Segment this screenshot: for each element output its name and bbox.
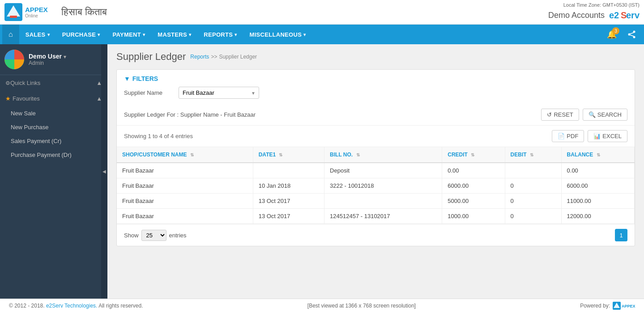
excel-button[interactable]: 📊 EXCEL — [588, 130, 627, 142]
nav-payment[interactable]: PAYMENT ▾ — [107, 25, 152, 44]
reset-button[interactable]: ↺ RESET — [541, 109, 579, 121]
brand-logo: e2 S erv — [608, 8, 640, 22]
cell-shop-name: Fruit Bazaar — [117, 163, 253, 178]
entries-per-page-select[interactable]: 25 50 100 — [141, 230, 166, 241]
supplier-select-wrapper: Fruit Bazaar — [179, 87, 259, 99]
table-row: Fruit Bazaar Deposit 0.00 0.00 — [117, 163, 635, 178]
sidebar-item-new-purchase[interactable]: New Purchase — [0, 120, 107, 134]
results-actions: 📄 PDF 📊 EXCEL — [552, 130, 627, 142]
cell-date — [253, 163, 324, 178]
breadcrumb-current: Supplier Ledger — [219, 54, 257, 60]
powered-by-text: Powered by: — [580, 303, 610, 309]
filter-label: Supplier Name — [124, 89, 173, 96]
show-entries: Show 25 50 100 entries — [124, 230, 187, 241]
nav-purchase[interactable]: PURCHASE ▾ — [56, 25, 107, 44]
nav-reports[interactable]: REPORTS ▾ — [197, 25, 243, 44]
table-row: Fruit Bazaar 10 Jan 2018 3222 - 10012018… — [117, 178, 635, 194]
home-button[interactable]: ⌂ — [2, 25, 19, 44]
cell-balance: 11000.00 — [561, 194, 634, 209]
filter-icon: ▼ — [124, 75, 130, 82]
sort-icon-bill: ⇅ — [356, 152, 360, 157]
breadcrumb: Reports >> Supplier Ledger — [190, 54, 257, 60]
cell-balance: 6000.00 — [561, 178, 634, 194]
footer-rights: All rights reserved. — [98, 303, 143, 309]
collapse-arrow-icon: ◀ — [102, 169, 106, 174]
breadcrumb-separator: >> — [211, 54, 217, 60]
logo-sub: Online — [25, 13, 48, 18]
user-name: Demo User ▾ — [29, 53, 103, 60]
svg-line-9 — [630, 33, 634, 34]
nav-masters[interactable]: MASTERS ▾ — [151, 25, 197, 44]
share-icon — [627, 30, 636, 39]
svg-text:APPEX: APPEX — [622, 304, 635, 308]
table-row: Fruit Bazaar 13 Oct 2017 124512457 - 131… — [117, 209, 635, 224]
notification-bell-button[interactable]: 🔔 3 — [601, 25, 622, 44]
sidebar-collapse-handle[interactable]: ◀ — [101, 44, 107, 299]
page-1-button[interactable]: 1 — [615, 229, 627, 241]
footer-logo-icon: APPEX — [613, 301, 635, 310]
appex-logo-icon — [4, 3, 22, 21]
search-icon: 🔍 — [589, 111, 596, 118]
cell-credit: 1000.00 — [442, 209, 505, 224]
favourites-label: Favourites — [13, 95, 40, 102]
user-info: Demo User ▾ Admin — [29, 53, 103, 66]
cell-date: 10 Jan 2018 — [253, 178, 324, 194]
page-title: Supplier Ledger — [116, 51, 186, 63]
user-role: Admin — [29, 60, 103, 66]
top-bar-right: Local Time Zone: GMT+0530 (IST) Demo Acc… — [548, 2, 640, 22]
nav-miscellaneous[interactable]: MISCELLANEOUS ▾ — [243, 25, 312, 44]
cell-balance: 12000.00 — [561, 209, 634, 224]
cell-debit: 0 — [505, 209, 561, 224]
cell-bill — [324, 194, 442, 209]
col-shop-name: SHOP/CUSTOMER NAME ⇅ — [117, 147, 253, 163]
search-button[interactable]: 🔍 SEARCH — [583, 109, 627, 121]
supplier-select[interactable]: Fruit Bazaar — [179, 87, 259, 99]
avatar — [4, 50, 24, 69]
sort-icon-shop: ⇅ — [190, 152, 194, 157]
quick-links-icon: ⚙ — [5, 80, 10, 86]
share-button[interactable] — [622, 25, 642, 44]
showing-text: Showing 1 to 4 of 4 entries — [124, 133, 193, 139]
sales-dropdown-icon: ▾ — [47, 32, 50, 37]
cell-credit: 5000.00 — [442, 194, 505, 209]
cell-bill: Deposit — [324, 163, 442, 178]
logo-text-group: APPEX Online — [25, 6, 48, 18]
bell-badge: 3 — [612, 27, 619, 34]
favourites-section[interactable]: ★ Favourites ▲ — [0, 91, 107, 106]
footer-company-link[interactable]: e2Serv Technologies. — [46, 303, 98, 309]
ledger-table: SHOP/CUSTOMER NAME ⇅ DATE1 ⇅ BILL NO. ⇅ — [117, 147, 635, 224]
reset-icon: ↺ — [547, 111, 552, 118]
col-date1: DATE1 ⇅ — [253, 147, 324, 163]
show-label: Show — [124, 232, 139, 239]
sidebar-item-purchase-payment[interactable]: Purchase Payment (Dr) — [0, 148, 107, 162]
table-header: SHOP/CUSTOMER NAME ⇅ DATE1 ⇅ BILL NO. ⇅ — [117, 147, 635, 163]
sidebar-item-sales-payment[interactable]: Sales Payment (Cr) — [0, 134, 107, 148]
cell-bill: 3222 - 10012018 — [324, 178, 442, 194]
nav-sales[interactable]: SALES ▾ — [19, 25, 56, 44]
top-bar: APPEX Online हिसाब किताब Local Time Zone… — [0, 0, 644, 25]
svg-text:erv: erv — [626, 10, 640, 20]
footer: © 2012 - 2018. e2Serv Technologies. All … — [0, 299, 644, 312]
timezone: Local Time Zone: GMT+0530 (IST) — [563, 2, 640, 8]
reports-dropdown-icon: ▾ — [235, 32, 237, 37]
sidebar-item-new-sale[interactable]: New Sale — [0, 106, 107, 120]
payment-dropdown-icon: ▾ — [143, 32, 145, 37]
user-dropdown-icon: ▾ — [64, 54, 66, 59]
pdf-button[interactable]: 📄 PDF — [552, 130, 584, 142]
sort-icon-credit: ⇅ — [471, 152, 474, 157]
ledger-actions: ↺ RESET 🔍 SEARCH — [541, 109, 627, 121]
sort-icon-date: ⇅ — [279, 152, 282, 157]
table-footer: Show 25 50 100 entries 1 — [117, 224, 635, 246]
entries-label: entries — [169, 232, 187, 239]
sort-icon-balance: ⇅ — [597, 152, 600, 157]
cell-debit — [505, 163, 561, 178]
quick-links-section[interactable]: ⚙ Quick Links ▲ — [0, 75, 107, 91]
excel-icon: 📊 — [593, 133, 601, 139]
ledger-for-text: Supplier Ledger For : Supplier Name - Fr… — [124, 111, 256, 118]
masters-dropdown-icon: ▾ — [189, 32, 191, 37]
col-credit: CREDIT ⇅ — [442, 147, 505, 163]
footer-center: [Best viewed at 1366 x 768 screen resolu… — [307, 303, 416, 309]
table-body: Fruit Bazaar Deposit 0.00 0.00 Fruit Baz… — [117, 163, 635, 224]
breadcrumb-reports-link[interactable]: Reports — [190, 54, 209, 60]
cell-balance: 0.00 — [561, 163, 634, 178]
